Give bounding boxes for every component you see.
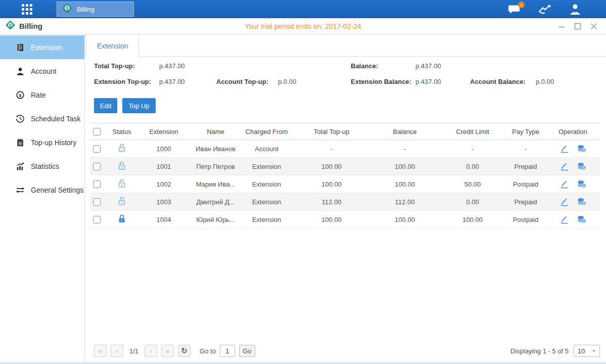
edit-row-icon[interactable] xyxy=(560,215,569,224)
svg-text:$: $ xyxy=(583,219,585,223)
window-bottom-edge xyxy=(0,361,606,364)
chevron-down-icon: ▼ xyxy=(592,349,596,353)
tabstrip: Extension xyxy=(85,34,606,57)
sidebar-item-statistics[interactable]: Statistics xyxy=(0,154,84,178)
close-icon[interactable] xyxy=(590,22,598,30)
row-checkbox[interactable] xyxy=(93,163,101,170)
trial-notice: Your trial period ends on: 2017-02-24 xyxy=(0,22,606,30)
locked-icon xyxy=(118,214,126,225)
col-credit-limit-header: Credit Limit xyxy=(440,128,505,135)
balance-cell: 112.00 xyxy=(370,198,440,206)
sidebar-item-topup-history[interactable]: Top-up History xyxy=(0,130,84,154)
sidebar-item-label: Top-up History xyxy=(31,139,76,147)
top-up-row-icon[interactable]: $ xyxy=(577,197,586,206)
unlocked-icon xyxy=(118,143,126,154)
refresh-icon[interactable]: ↻ xyxy=(178,345,191,357)
pay-type-cell: Postpaid xyxy=(505,216,546,223)
credit-limit-cell: - xyxy=(440,145,505,153)
unlocked-icon xyxy=(118,178,126,190)
sidebar-item-extension[interactable]: Extension xyxy=(0,35,84,59)
prev-page-button[interactable]: ‹ xyxy=(111,345,123,357)
top-up-row-icon[interactable]: $ xyxy=(577,179,586,189)
edit-row-icon[interactable] xyxy=(560,197,569,206)
go-button[interactable]: Go xyxy=(239,345,255,357)
table-row[interactable]: 1001 Петр Петров Extension 100.00 100.00… xyxy=(90,158,600,175)
sidebar-item-general-settings[interactable]: General Settings xyxy=(0,178,84,202)
col-charged-from-header: Charged From xyxy=(240,128,293,135)
pagination-bar: « ‹ 1/1 › » ↻ Go to Go Displaying 1 - 5 … xyxy=(94,345,600,357)
page-size-dropdown[interactable]: 10 ▼ xyxy=(574,345,600,357)
taskbar-item-billing[interactable]: $ Billing xyxy=(57,2,134,17)
row-checkbox[interactable] xyxy=(93,198,101,206)
resource-monitor-icon[interactable] xyxy=(536,2,553,16)
sidebar-item-account[interactable]: Account xyxy=(0,59,84,83)
row-checkbox[interactable] xyxy=(93,216,101,223)
goto-page-input[interactable] xyxy=(220,345,235,357)
sidebar-item-label: General Settings xyxy=(31,186,83,194)
table-row[interactable]: 1002 Мария Ива... Extension 100.00 100.0… xyxy=(90,175,600,193)
tab-extension[interactable]: Extension xyxy=(86,34,139,57)
sidebar: Extension Account $ Rate xyxy=(0,34,85,364)
extension-cell: 1002 xyxy=(136,180,191,188)
notepad-icon xyxy=(15,138,25,147)
total-topup-cell: 100.00 xyxy=(293,180,370,188)
extension-balance-value: p.437.00 xyxy=(415,78,441,85)
edit-row-icon[interactable] xyxy=(560,162,569,171)
svg-text:$: $ xyxy=(66,6,68,11)
svg-text:$: $ xyxy=(583,202,585,206)
edit-row-icon[interactable] xyxy=(560,144,569,153)
credit-limit-cell: 100.00 xyxy=(440,216,505,223)
sidebar-item-label: Extension xyxy=(31,43,62,52)
edit-row-icon[interactable] xyxy=(560,179,569,189)
maximize-icon[interactable] xyxy=(574,22,582,30)
pay-type-cell: Prepaid xyxy=(505,163,546,170)
sidebar-item-label: Scheduled Task xyxy=(31,115,81,123)
svg-text:$: $ xyxy=(583,184,585,188)
table-row[interactable]: 1004 Юрий Юрь... Extension 100.00 100.00… xyxy=(90,211,600,229)
first-page-button[interactable]: « xyxy=(94,345,107,357)
extension-cell: 1003 xyxy=(136,198,191,206)
top-up-row-icon[interactable]: $ xyxy=(577,144,586,153)
sidebar-item-rate[interactable]: $ Rate xyxy=(0,83,84,107)
balance-cell: 100.00 xyxy=(370,180,440,188)
pay-type-cell: - xyxy=(505,145,546,153)
name-cell: Юрий Юрь... xyxy=(191,216,240,223)
col-balance-header: Balance xyxy=(370,128,440,135)
sidebar-item-scheduled-task[interactable]: Scheduled Task xyxy=(0,107,84,130)
dollar-circle-icon: $ xyxy=(15,90,25,100)
charged-from-cell: Extension xyxy=(240,198,293,206)
table-row[interactable]: 1003 Дмитрий Д... Extension 112.00 112.0… xyxy=(90,193,600,211)
notifications-icon[interactable]: ! xyxy=(506,2,523,16)
credit-limit-cell: 0.00 xyxy=(440,198,505,206)
unlocked-icon xyxy=(118,161,126,172)
apps-grid-icon[interactable] xyxy=(19,2,34,17)
total-topup-value: p.437.00 xyxy=(159,62,185,70)
row-checkbox[interactable] xyxy=(93,180,101,188)
select-all-checkbox[interactable] xyxy=(93,128,101,135)
credit-limit-cell: 0.00 xyxy=(440,163,505,170)
total-topup-cell: - xyxy=(293,145,370,153)
next-page-button[interactable]: › xyxy=(145,345,157,357)
row-checkbox[interactable] xyxy=(93,145,101,153)
edit-button[interactable]: Edit xyxy=(94,98,117,113)
col-status-header: Status xyxy=(107,128,136,135)
top-up-row-icon[interactable]: $ xyxy=(577,215,586,224)
credit-limit-cell: 50.00 xyxy=(440,180,505,188)
top-up-button[interactable]: Top Up xyxy=(122,98,155,113)
status-cell xyxy=(107,196,136,207)
top-up-row-icon[interactable]: $ xyxy=(577,162,586,171)
col-total-topup-header: Total Top-up xyxy=(293,128,370,135)
clock-history-icon xyxy=(15,114,25,123)
extension-topup-value: p.437.00 xyxy=(159,78,185,85)
sidebar-item-label: Rate xyxy=(31,91,46,99)
minimize-icon[interactable] xyxy=(557,22,566,30)
window-titlebar: $ Billing Your trial period ends on: 201… xyxy=(0,18,606,34)
user-account-icon[interactable] xyxy=(567,2,584,16)
balance-cell: 100.00 xyxy=(370,163,440,170)
extension-balance-label: Extension Balance: xyxy=(351,78,411,85)
balance-value: p.437.00 xyxy=(415,62,441,70)
table-row[interactable]: 1000 Иван Иванов Account - - - - xyxy=(90,140,600,158)
last-page-button[interactable]: » xyxy=(161,345,174,357)
col-extension-header: Extension xyxy=(136,128,191,135)
extension-cell: 1004 xyxy=(136,216,191,223)
